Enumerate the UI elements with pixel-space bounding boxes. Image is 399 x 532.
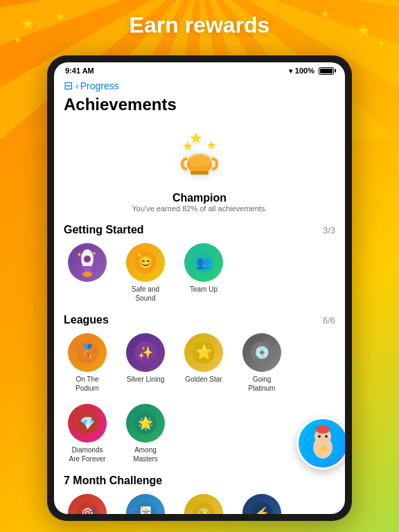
diamonds-label: DiamondsAre Forever: [69, 445, 106, 463]
device-screen: 9:41 AM ▾ 100% ⊟ ‹ Progress Achievements: [54, 62, 345, 514]
monthly-challenge-header: 7 Month Challenge: [64, 475, 335, 487]
svg-text:★: ★: [206, 139, 216, 151]
svg-point-10: [82, 272, 92, 277]
svg-text:🌟: 🌟: [138, 416, 154, 431]
sidebar-icon[interactable]: ⊟: [64, 79, 73, 92]
podium-label: On ThePodium: [76, 375, 99, 393]
achievement-platinum[interactable]: 💿 GoingPlatinum: [238, 333, 285, 393]
svg-text:★: ★: [77, 251, 82, 258]
rocket-badge: ★ ★: [68, 243, 107, 282]
achievement-masters[interactable]: 🌟 AmongMasters: [122, 404, 169, 463]
svg-point-43: [318, 435, 321, 438]
masters-label: AmongMasters: [133, 445, 158, 463]
svg-text:🃏: 🃏: [138, 506, 154, 514]
safe-sound-badge: 😊 ★: [126, 243, 165, 282]
podium-badge: 🥉: [68, 333, 107, 372]
getting-started-count: 3/3: [323, 225, 335, 236]
page-title: Achievements: [64, 95, 335, 114]
silver-label: Silver Lining: [127, 375, 164, 384]
device-frame: 9:41 AM ▾ 100% ⊟ ‹ Progress Achievements: [47, 55, 352, 521]
golden-badge: ⭐: [184, 333, 223, 372]
svg-text:⭐: ⭐: [195, 344, 213, 360]
leagues-row-1: 🥉 On ThePodium ✨ Silver Lining: [64, 333, 335, 393]
svg-point-44: [325, 435, 328, 438]
svg-point-6: [187, 153, 212, 167]
nav-bar: ⊟ ‹ Progress: [54, 78, 345, 95]
svg-text:★: ★: [136, 251, 142, 258]
status-bar: 9:41 AM ▾ 100%: [54, 62, 345, 78]
leagues-row-2: 💎 DiamondsAre Forever 🌟 AmongMasters: [64, 404, 335, 463]
achievement-diamonds[interactable]: 💎 DiamondsAre Forever: [64, 404, 111, 463]
diamonds-badge: 💎: [68, 404, 107, 443]
leagues-title: Leagues: [64, 314, 109, 326]
achievement-month4[interactable]: ⚡: [238, 494, 285, 514]
trophy-icon: ★ ★ ★: [175, 124, 224, 188]
achievement-team-up[interactable]: 👥 Team Up: [180, 243, 227, 294]
svg-text:✨: ✨: [138, 345, 154, 360]
svg-text:💿: 💿: [254, 345, 270, 360]
chevron-left-icon: ‹: [76, 80, 79, 91]
svg-text:💎: 💎: [80, 416, 96, 431]
silver-badge: ✨: [126, 333, 165, 372]
team-up-label: Team Up: [190, 285, 218, 294]
svg-text:⚡: ⚡: [254, 506, 270, 514]
month3-badge: ③: [184, 494, 223, 514]
golden-label: Golden Star: [185, 375, 222, 384]
achievement-rocket[interactable]: ★ ★: [64, 243, 111, 285]
outer-title: Earn rewards: [0, 12, 399, 38]
monthly-challenge-title: 7 Month Challenge: [64, 475, 162, 487]
achievement-month3[interactable]: ③: [180, 494, 227, 514]
svg-point-41: [316, 425, 330, 434]
achievement-podium[interactable]: 🥉 On ThePodium: [64, 333, 111, 393]
svg-text:③: ③: [198, 506, 209, 514]
champion-subtitle: You've earned 82% of all achievements.: [132, 204, 267, 213]
svg-rect-5: [190, 171, 209, 175]
masters-badge: 🌟: [126, 404, 165, 443]
achievement-month2[interactable]: 🃏: [122, 494, 169, 514]
month1-badge: 🎯: [68, 494, 107, 514]
svg-text:★: ★: [182, 139, 193, 153]
back-button[interactable]: ‹ Progress: [76, 80, 119, 91]
monthly-challenge-row: 🎯 🃏: [64, 494, 335, 514]
getting-started-row: ★ ★ 😊 ★ Safe andSound: [64, 243, 335, 303]
back-label: Progress: [80, 80, 119, 91]
svg-text:🥉: 🥉: [79, 344, 96, 360]
outer-header: Earn rewards: [0, 0, 399, 45]
svg-text:👥: 👥: [196, 255, 212, 270]
leagues-count: 6/6: [323, 315, 335, 326]
svg-text:🎯: 🎯: [80, 506, 96, 514]
svg-point-9: [84, 256, 91, 263]
status-right: ▾ 100%: [289, 66, 334, 75]
team-up-badge: 👥: [184, 243, 223, 282]
achievement-golden[interactable]: ⭐ Golden Star: [180, 333, 227, 384]
svg-text:⚡: ⚡: [317, 443, 330, 454]
getting-started-header: Getting Started 3/3: [64, 224, 335, 236]
platinum-label: GoingPlatinum: [249, 375, 276, 393]
achievement-silver[interactable]: ✨ Silver Lining: [122, 333, 169, 384]
status-time: 9:41 AM: [65, 66, 94, 75]
champion-title: Champion: [172, 192, 227, 204]
svg-text:★: ★: [92, 251, 96, 256]
month2-badge: 🃏: [126, 494, 165, 514]
mascot-character: ⚡: [296, 417, 345, 472]
safe-sound-label: Safe andSound: [132, 285, 159, 303]
getting-started-title: Getting Started: [64, 224, 144, 236]
platinum-badge: 💿: [242, 333, 281, 372]
month4-badge: ⚡: [242, 494, 281, 514]
achievement-safe-sound[interactable]: 😊 ★ Safe andSound: [122, 243, 169, 303]
champion-section: ★ ★ ★ Champion You've e: [64, 124, 335, 213]
leagues-header: Leagues 6/6: [64, 314, 335, 326]
achievement-month1[interactable]: 🎯: [64, 494, 111, 514]
wifi-icon: ▾: [289, 67, 292, 75]
mascot-circle: ⚡: [296, 417, 345, 470]
battery-label: 100%: [295, 66, 314, 75]
battery-icon: [319, 67, 334, 75]
